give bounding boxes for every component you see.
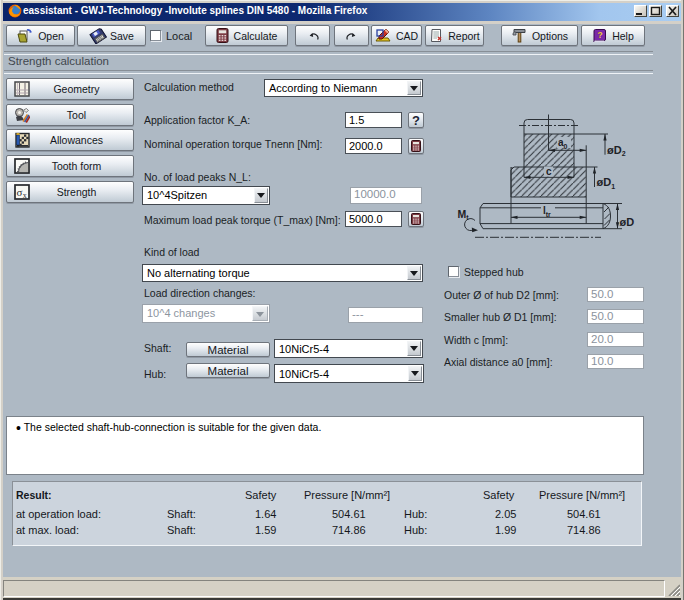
- svg-text:øD2: øD2: [607, 144, 626, 158]
- svg-text:x: x: [23, 191, 27, 200]
- svg-text:øD: øD: [620, 216, 635, 228]
- svg-text:c: c: [546, 166, 552, 177]
- svg-text:Mt: Mt: [458, 208, 470, 222]
- svg-text:σ: σ: [17, 186, 23, 198]
- svg-text:øD1: øD1: [597, 176, 616, 190]
- svg-text:?: ?: [598, 30, 603, 40]
